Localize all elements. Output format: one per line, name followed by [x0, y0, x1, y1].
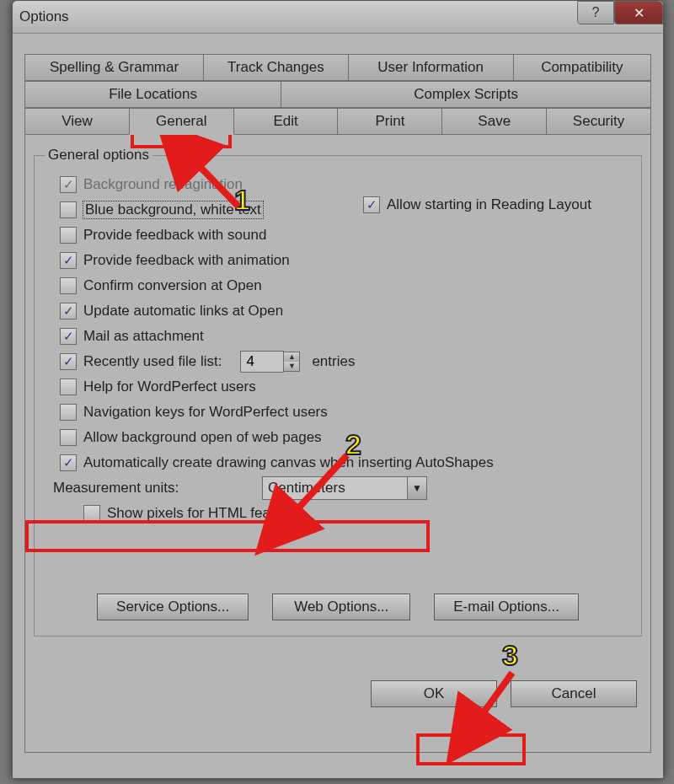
checkbox-mail-attach-row: ✓ Mail as attachment: [60, 324, 631, 349]
checkbox-reading-layout-label: Allow starting in Reading Layout: [387, 196, 591, 213]
help-icon: ?: [592, 5, 600, 20]
checkbox-help-wp-row: Help for WordPerfect users: [60, 374, 631, 400]
checkbox-recent-list-label: Recently used file list:: [83, 353, 222, 370]
tab-user-information[interactable]: User Information: [348, 54, 514, 81]
tab-save[interactable]: Save: [441, 108, 547, 135]
recent-entries-input[interactable]: [240, 351, 284, 373]
tab-complex-scripts[interactable]: Complex Scripts: [281, 81, 651, 108]
checkbox-mail-attach-label: Mail as attachment: [83, 328, 204, 345]
spin-down-icon: ▼: [284, 362, 299, 371]
options-button-row: Service Options... Web Options... E-mail…: [45, 593, 631, 620]
tab-panel-general: General options ✓ Allow starting in Read…: [24, 135, 651, 753]
checkbox-bg-web-label: Allow background open of web pages: [83, 429, 322, 446]
tab-row-1: Spelling & Grammar Track Changes User In…: [24, 54, 651, 81]
checkbox-reading-layout[interactable]: ✓: [363, 196, 380, 213]
recent-entries-spin-buttons[interactable]: ▲ ▼: [284, 352, 300, 372]
checkbox-auto-canvas-label: Automatically create drawing canvas when…: [83, 454, 494, 471]
checkbox-feedback-sound-label: Provide feedback with sound: [83, 227, 266, 244]
tab-view[interactable]: View: [24, 108, 130, 135]
general-options-group: General options ✓ Allow starting in Read…: [34, 147, 642, 636]
recent-entries-suffix: entries: [312, 353, 355, 370]
measurement-row: Measurement units: Centimeters ▼: [53, 475, 631, 501]
checkbox-feedback-sound-row: Provide feedback with sound: [60, 223, 631, 248]
checkbox-show-pixels[interactable]: [83, 505, 100, 522]
checkbox-nav-wp-label: Navigation keys for WordPerfect users: [83, 404, 328, 421]
tab-general[interactable]: General: [129, 108, 234, 135]
measurement-dropdown-button[interactable]: ▼: [408, 476, 427, 500]
checkbox-recent-list[interactable]: ✓: [60, 353, 77, 370]
checkbox-mail-attach[interactable]: ✓: [60, 328, 77, 345]
checkbox-auto-canvas[interactable]: ✓: [60, 454, 77, 471]
measurement-label: Measurement units:: [53, 480, 262, 497]
checkbox-update-links-row: ✓ Update automatic links at Open: [60, 298, 631, 324]
tab-compatibility[interactable]: Compatibility: [513, 54, 651, 81]
dialog-footer: OK Cancel: [25, 680, 637, 707]
checkbox-help-wp[interactable]: [60, 379, 77, 395]
checkbox-show-pixels-row: Show pixels for HTML features: [83, 501, 631, 526]
tab-print[interactable]: Print: [337, 108, 442, 135]
checkbox-reading-layout-row: ✓ Allow starting in Reading Layout: [363, 192, 591, 217]
checkbox-bg-web[interactable]: [60, 429, 77, 446]
checkbox-feedback-anim[interactable]: ✓: [60, 252, 77, 269]
options-dialog: Options ? ✕ Spelling & Grammar Track Cha…: [12, 0, 664, 779]
titlebar: Options ? ✕: [13, 1, 663, 34]
checkbox-feedback-sound[interactable]: [60, 227, 77, 244]
measurement-select-value: Centimeters: [262, 476, 408, 500]
checkbox-feedback-anim-label: Provide feedback with animation: [83, 252, 290, 269]
dialog-title: Options: [19, 8, 577, 25]
tab-row-2: File Locations Complex Scripts: [24, 81, 651, 108]
checkbox-nav-wp-row: Navigation keys for WordPerfect users: [60, 400, 631, 425]
checkbox-show-pixels-label: Show pixels for HTML features: [107, 505, 302, 522]
email-options-button[interactable]: E-mail Options...: [434, 593, 579, 620]
tab-file-locations[interactable]: File Locations: [24, 81, 281, 108]
tab-strip: Spelling & Grammar Track Changes User In…: [24, 54, 651, 135]
ok-button[interactable]: OK: [371, 680, 497, 707]
checkbox-feedback-anim-row: ✓ Provide feedback with animation: [60, 248, 631, 273]
checkbox-confirm-conv[interactable]: [60, 277, 77, 294]
checkbox-blue-bg[interactable]: [60, 201, 77, 218]
tab-track-changes[interactable]: Track Changes: [203, 54, 349, 81]
close-button[interactable]: ✕: [614, 1, 663, 24]
right-column: ✓ Allow starting in Reading Layout: [363, 192, 591, 217]
recent-entries-spinner: ▲ ▼: [240, 351, 300, 373]
web-options-button[interactable]: Web Options...: [272, 593, 410, 620]
checkbox-recent-list-row: ✓ Recently used file list: ▲ ▼ entries: [60, 349, 631, 374]
checkbox-nav-wp[interactable]: [60, 404, 77, 421]
help-button[interactable]: ?: [577, 1, 614, 24]
checkbox-blue-bg-label: Blue background, white text: [83, 201, 263, 218]
checkbox-auto-canvas-row: ✓ Automatically create drawing canvas wh…: [60, 450, 631, 475]
checkbox-update-links[interactable]: ✓: [60, 303, 77, 320]
measurement-select[interactable]: Centimeters ▼: [262, 477, 427, 499]
service-options-button[interactable]: Service Options...: [97, 593, 249, 620]
tab-row-3: View General Edit Print Save Security: [24, 108, 651, 135]
left-column: ✓ Background repagination Blue backgroun…: [60, 172, 631, 526]
checkbox-confirm-conv-label: Confirm conversion at Open: [83, 277, 262, 294]
checkbox-bg-web-row: Allow background open of web pages: [60, 425, 631, 450]
tab-edit[interactable]: Edit: [233, 108, 339, 135]
spin-up-icon: ▲: [284, 352, 299, 362]
checkbox-help-wp-label: Help for WordPerfect users: [83, 379, 256, 395]
chevron-down-icon: ▼: [412, 482, 422, 494]
checkbox-bg-repag: ✓: [60, 176, 77, 193]
checkbox-confirm-conv-row: Confirm conversion at Open: [60, 273, 631, 298]
close-icon: ✕: [634, 5, 645, 21]
general-options-legend: General options: [45, 147, 152, 164]
tab-security[interactable]: Security: [546, 108, 651, 135]
cancel-button[interactable]: Cancel: [511, 680, 637, 707]
checkbox-update-links-label: Update automatic links at Open: [83, 303, 283, 320]
tab-spelling-grammar[interactable]: Spelling & Grammar: [24, 54, 204, 81]
checkbox-bg-repag-label: Background repagination: [83, 176, 243, 193]
